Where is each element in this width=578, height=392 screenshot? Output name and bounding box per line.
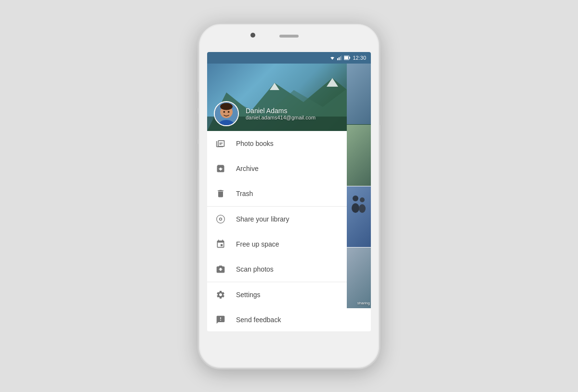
front-camera: [250, 33, 255, 38]
menu-item-scan-photos[interactable]: Scan photos: [207, 257, 371, 282]
svg-rect-2: [337, 58, 338, 60]
menu-item-trash[interactable]: Trash: [207, 181, 371, 206]
user-info: Daniel Adams daniel.adams414@gmail.com: [246, 107, 355, 120]
menu-item-share-library[interactable]: Share your library NEW: [207, 207, 371, 232]
trash-label: Trash: [236, 190, 363, 197]
svg-rect-4: [340, 56, 341, 60]
svg-point-24: [359, 204, 366, 213]
svg-rect-3: [339, 57, 340, 60]
archive-icon: [215, 163, 226, 174]
svg-point-21: [353, 196, 358, 201]
svg-point-18: [223, 111, 225, 113]
user-email: daniel.adams414@gmail.com: [246, 115, 355, 120]
earpiece-speaker: [279, 35, 299, 38]
side-photo-3: [347, 186, 371, 247]
menu-section-2: Share your library NEW Free up space: [207, 207, 371, 282]
svg-rect-5: [342, 55, 342, 60]
power-button: [380, 101, 381, 125]
status-bar: 12:30: [207, 52, 371, 64]
phone-screen: 12:30 ⋮: [207, 52, 371, 331]
svg-rect-8: [344, 56, 348, 59]
trash-icon: [215, 188, 226, 199]
user-profile-section: Daniel Adams daniel.adams414@gmail.com ▾: [207, 97, 371, 131]
photo-books-label: Photo books: [236, 140, 363, 147]
silent-button: [197, 144, 198, 170]
svg-point-22: [352, 203, 359, 213]
svg-point-20: [217, 215, 225, 223]
svg-point-17: [220, 103, 233, 110]
signal-icon: [337, 55, 342, 60]
scan-photos-label: Scan photos: [236, 265, 347, 273]
menu-item-photo-books[interactable]: Photo books: [207, 131, 371, 156]
free-space-icon: [215, 238, 226, 250]
status-time: 12:30: [353, 55, 366, 61]
scan-icon: [215, 263, 226, 275]
menu-item-settings[interactable]: Settings: [207, 282, 371, 307]
share-icon: [215, 213, 226, 225]
menu-item-archive[interactable]: Archive: [207, 156, 371, 181]
settings-icon: [215, 289, 226, 301]
avatar-image: [215, 102, 238, 125]
archive-label: Archive: [236, 165, 363, 172]
share-library-label: Share your library: [236, 215, 341, 223]
side-photo-4: sharing: [347, 248, 371, 308]
settings-label: Settings: [236, 291, 363, 299]
send-feedback-label: Send feedback: [236, 316, 363, 324]
phone-top: [199, 24, 379, 52]
book-icon: [215, 138, 226, 149]
battery-icon: [344, 55, 351, 60]
side-photo-strip: sharing: [347, 64, 371, 308]
menu-item-free-space[interactable]: Free up space: [207, 232, 371, 257]
volume-down-button: [197, 113, 198, 140]
menu-item-send-feedback[interactable]: Send feedback: [207, 307, 371, 331]
user-name: Daniel Adams: [246, 107, 355, 115]
menu-section-3: Settings Send feedback: [207, 282, 371, 331]
status-icons: 12:30: [329, 55, 366, 61]
avatar[interactable]: [214, 101, 239, 126]
wifi-icon: [329, 55, 335, 60]
free-space-label: Free up space: [236, 240, 363, 248]
svg-point-19: [228, 111, 230, 113]
menu-section-1: Photo books Archive: [207, 131, 371, 207]
svg-point-23: [360, 197, 365, 202]
svg-rect-7: [349, 57, 350, 59]
photo-background: ⋮: [207, 64, 371, 131]
side-photo-2: [347, 125, 371, 185]
feedback-icon: [215, 314, 226, 326]
side-photo-1: [347, 64, 371, 124]
sharing-label: sharing: [357, 301, 370, 305]
volume-up-button: [197, 91, 198, 108]
drawer-menu: Photo books Archive: [207, 131, 371, 331]
phone-device: 12:30 ⋮: [197, 23, 381, 369]
